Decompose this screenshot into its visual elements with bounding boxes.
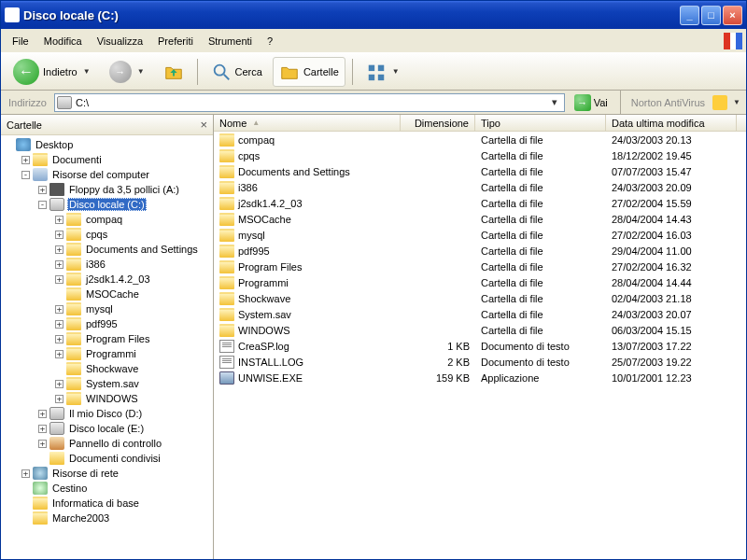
list-item[interactable]: WINDOWSCartella di file06/03/2004 15.15: [214, 322, 746, 338]
menu-help[interactable]: ?: [260, 33, 280, 49]
norton-icon[interactable]: [712, 95, 727, 110]
expand-icon[interactable]: +: [38, 410, 47, 418]
up-button[interactable]: [157, 57, 190, 87]
tree-item[interactable]: +Documenti: [1, 152, 213, 167]
tree-item[interactable]: +j2sdk1.4.2_03: [1, 272, 213, 287]
list-item[interactable]: ShockwaveCartella di file02/04/2003 21.1…: [214, 290, 746, 306]
chevron-down-icon[interactable]: ▾: [547, 96, 562, 108]
tree-item[interactable]: Shockwave: [1, 361, 213, 376]
column-date[interactable]: Data ultima modifica: [606, 115, 737, 131]
search-button[interactable]: Cerca: [204, 57, 269, 87]
list-item[interactable]: compaqCartella di file24/03/2003 20.13: [214, 132, 746, 147]
views-button[interactable]: ▼: [359, 57, 408, 87]
tree-item[interactable]: +pdf995: [1, 316, 213, 331]
folders-button[interactable]: Cartelle: [273, 57, 345, 87]
list-item[interactable]: MSOCacheCartella di file28/04/2004 14.43: [214, 211, 746, 227]
tree-item[interactable]: +Risorse di rete: [1, 466, 213, 481]
list-item[interactable]: CreaSP.log1 KBDocumento di testo13/07/20…: [214, 338, 746, 354]
list-item[interactable]: Program FilesCartella di file27/02/2004 …: [214, 259, 746, 274]
expand-icon[interactable]: +: [21, 469, 30, 478]
expand-icon[interactable]: +: [38, 425, 47, 433]
list-item[interactable]: UNWISE.EXE159 KBApplicazione10/01/2001 1…: [214, 370, 746, 385]
folders-label: Cartelle: [303, 66, 339, 77]
tree-item[interactable]: Cestino: [1, 481, 213, 496]
folder-icon: [66, 377, 81, 390]
file-type-cell: Applicazione: [475, 372, 606, 384]
tree-item[interactable]: +Il mio Disco (D:): [1, 406, 213, 421]
list-item[interactable]: INSTALL.LOG2 KBDocumento di testo25/07/2…: [214, 354, 746, 370]
go-button[interactable]: → Vai: [569, 92, 613, 113]
list-item[interactable]: pdf995Cartella di file29/04/2004 11.00: [214, 243, 746, 259]
folder-icon: [66, 332, 81, 345]
menu-edit[interactable]: Modifica: [36, 33, 90, 49]
maximize-button[interactable]: □: [701, 6, 721, 25]
menu-view[interactable]: Visualizza: [90, 33, 150, 49]
expand-icon[interactable]: +: [55, 216, 63, 224]
menu-tools[interactable]: Strumenti: [201, 33, 260, 49]
close-button[interactable]: ×: [723, 6, 742, 25]
tree-item[interactable]: Desktop: [1, 137, 213, 152]
list-item[interactable]: mysqlCartella di file27/02/2004 16.03: [214, 227, 746, 243]
chevron-down-icon[interactable]: ▼: [731, 98, 742, 106]
collapse-icon[interactable]: -: [38, 201, 47, 209]
column-name[interactable]: Nome▲: [214, 115, 401, 131]
file-list[interactable]: compaqCartella di file24/03/2003 20.13cp…: [214, 132, 746, 559]
list-item[interactable]: j2sdk1.4.2_03Cartella di file27/02/2004 …: [214, 195, 746, 211]
tree-item[interactable]: Documenti condivisi: [1, 451, 213, 466]
file-date-cell: 24/03/2003 20.09: [606, 182, 737, 193]
expand-icon[interactable]: +: [55, 380, 63, 388]
drive-icon: [5, 7, 20, 22]
back-button[interactable]: ← Indietro ▼: [7, 54, 99, 90]
column-size[interactable]: Dimensione: [401, 115, 475, 131]
expand-icon[interactable]: +: [55, 335, 63, 343]
expand-icon[interactable]: +: [55, 320, 63, 329]
list-item[interactable]: ProgrammiCartella di file28/04/2004 14.4…: [214, 274, 746, 290]
tree-item[interactable]: +Program Files: [1, 331, 213, 346]
tree-item[interactable]: -Disco locale (C:): [1, 197, 213, 212]
menu-favorites[interactable]: Preferiti: [150, 33, 201, 49]
tree-item[interactable]: Marche2003: [1, 511, 213, 525]
tree-item[interactable]: +i386: [1, 257, 213, 272]
folder-tree[interactable]: Desktop+Documenti-Risorse del computer+F…: [1, 135, 213, 559]
tree-item[interactable]: +Pannello di controllo: [1, 436, 213, 451]
expand-icon[interactable]: +: [55, 231, 63, 239]
column-type[interactable]: Tipo: [475, 115, 606, 131]
norton-label[interactable]: Norton AntiVirus: [627, 97, 709, 108]
tree-item[interactable]: +compaq: [1, 212, 213, 227]
tree-item[interactable]: Informatica di base: [1, 496, 213, 511]
titlebar[interactable]: Disco locale (C:) _ □ ×: [1, 1, 746, 29]
list-item[interactable]: i386Cartella di file24/03/2003 20.09: [214, 179, 746, 195]
tree-item[interactable]: +mysql: [1, 301, 213, 316]
tree-item[interactable]: +cpqs: [1, 227, 213, 242]
tree-item[interactable]: +System.sav: [1, 376, 213, 391]
expand-icon[interactable]: +: [55, 245, 63, 254]
tree-label: Program Files: [84, 332, 151, 345]
minimize-button[interactable]: _: [680, 6, 699, 25]
folder-icon: [33, 497, 48, 510]
menu-file[interactable]: File: [5, 33, 36, 49]
tree-item[interactable]: -Risorse del computer: [1, 167, 213, 182]
close-icon[interactable]: ×: [200, 118, 207, 132]
list-item[interactable]: System.savCartella di file24/03/2003 20.…: [214, 306, 746, 322]
list-item[interactable]: cpqsCartella di file18/12/2002 19.45: [214, 147, 746, 163]
file-date-cell: 02/04/2003 21.18: [606, 293, 737, 304]
file-date-cell: 28/04/2004 14.44: [606, 277, 737, 288]
list-item[interactable]: Documents and SettingsCartella di file07…: [214, 163, 746, 179]
expand-icon[interactable]: +: [55, 395, 63, 403]
tree-item[interactable]: +Disco locale (E:): [1, 421, 213, 436]
tree-item[interactable]: +Floppy da 3,5 pollici (A:): [1, 182, 213, 197]
expand-icon[interactable]: +: [55, 275, 63, 284]
address-input[interactable]: C:\ ▾: [54, 93, 565, 112]
tree-item[interactable]: +Documents and Settings: [1, 242, 213, 257]
expand-icon[interactable]: +: [38, 440, 47, 448]
forward-button[interactable]: → ▼: [103, 56, 153, 88]
expand-icon[interactable]: +: [38, 186, 47, 194]
tree-item[interactable]: MSOCache: [1, 287, 213, 301]
expand-icon[interactable]: +: [55, 305, 63, 314]
expand-icon[interactable]: +: [55, 350, 63, 358]
expand-icon[interactable]: +: [55, 260, 63, 269]
collapse-icon[interactable]: -: [21, 171, 30, 179]
expand-icon[interactable]: +: [21, 156, 30, 164]
tree-item[interactable]: +WINDOWS: [1, 391, 213, 406]
tree-item[interactable]: +Programmi: [1, 346, 213, 361]
